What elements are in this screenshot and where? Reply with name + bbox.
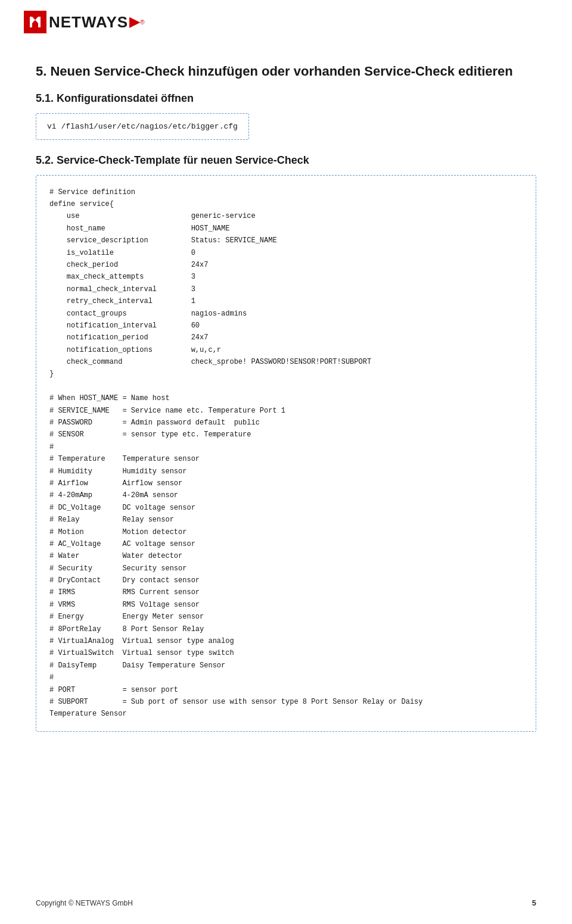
logo-red-bg bbox=[24, 11, 46, 33]
footer-copyright-text: Copyright © NETWAYS GmbH bbox=[36, 899, 133, 907]
config-command-box: vi /flash1/user/etc/nagios/etc/bigger.cf… bbox=[36, 113, 249, 140]
page-header: NETWAYS ▶ ® bbox=[0, 0, 572, 39]
service-template-code-block: # Service definition define service{ use… bbox=[36, 175, 536, 732]
logo: NETWAYS ▶ ® bbox=[24, 11, 548, 33]
footer-page-number: 5 bbox=[532, 898, 536, 907]
subsection-5-1-title: 5.1. Konfigurationsdatei öffnen bbox=[36, 92, 536, 105]
config-command-text: vi /flash1/user/etc/nagios/etc/bigger.cf… bbox=[47, 122, 238, 131]
page-footer: Copyright © NETWAYS GmbH 5 bbox=[0, 898, 572, 907]
logo-net-text: NETWAYS bbox=[49, 13, 128, 32]
subsection-5-2-title: 5.2. Service-Check-Template für neuen Se… bbox=[36, 154, 536, 167]
section-5-title: 5. Neuen Service-Check hinzufügen oder v… bbox=[36, 63, 536, 80]
svg-marker-2 bbox=[32, 17, 38, 23]
main-content: 5. Neuen Service-Check hinzufügen oder v… bbox=[0, 39, 572, 784]
svg-rect-1 bbox=[38, 17, 41, 27]
logo-arrow-icon: ▶ bbox=[129, 14, 139, 30]
svg-rect-0 bbox=[30, 17, 32, 27]
logo-registered: ® bbox=[140, 19, 144, 26]
